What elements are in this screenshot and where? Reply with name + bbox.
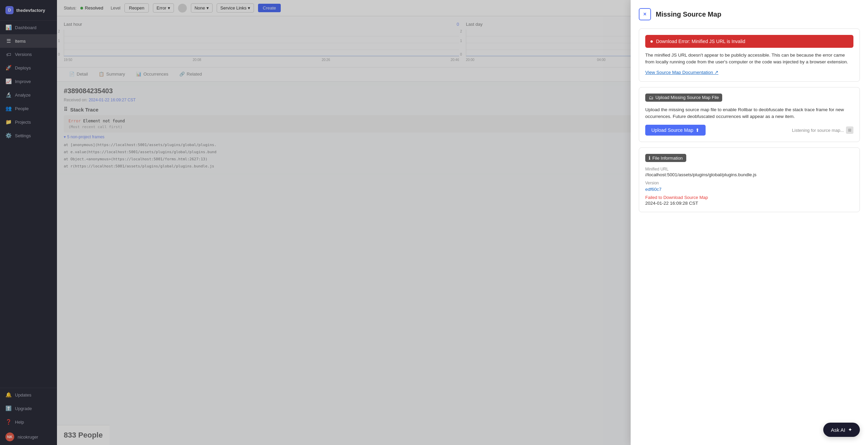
help-icon: ❓ bbox=[5, 419, 12, 425]
error-keyword: Error bbox=[68, 119, 81, 123]
status-dot bbox=[80, 7, 83, 9]
improve-icon: 📈 bbox=[5, 78, 12, 84]
ask-ai-button[interactable]: Ask AI ✦ bbox=[823, 423, 860, 437]
chart-last-hour-area: 2 1 0 bbox=[64, 29, 459, 57]
sidebar-item-label: Deploys bbox=[15, 65, 31, 70]
sidebar-item-people[interactable]: 👥 People bbox=[0, 102, 57, 115]
chevron-down-icon: ▾ bbox=[248, 5, 250, 11]
tab-related[interactable]: 🔗 Related bbox=[174, 67, 208, 81]
deploys-icon: 🚀 bbox=[5, 65, 12, 71]
tab-summary[interactable]: 📋 Summary bbox=[93, 67, 131, 81]
listening-icon: ⊞ bbox=[846, 126, 853, 134]
error-message: Element not found bbox=[83, 119, 125, 123]
versions-icon: 🏷 bbox=[5, 52, 12, 57]
sidebar-item-upgrade[interactable]: ⬆️ Upgrade bbox=[0, 402, 57, 415]
status-value: Resolved bbox=[85, 5, 103, 11]
sidebar-item-dashboard[interactable]: 📊 Dashboard bbox=[0, 21, 57, 34]
failed-download-label: Failed to Download Source Map bbox=[645, 195, 853, 200]
service-links-label: Service Links bbox=[220, 5, 246, 11]
sidebar-item-label: Updates bbox=[15, 392, 31, 398]
sidebar-item-analyze[interactable]: 🔬 Analyze bbox=[0, 88, 57, 102]
version-value[interactable]: edf60c7 bbox=[645, 187, 662, 192]
sidebar-item-label: Upgrade bbox=[15, 406, 32, 411]
stack-trace-title: Stack Trace bbox=[70, 107, 98, 113]
owner-dropdown[interactable]: None ▾ bbox=[191, 3, 213, 13]
alert-error: ● Download Error: Minified JS URL is Inv… bbox=[645, 35, 853, 48]
upload-source-map-button[interactable]: Upload Source Map ⬆ bbox=[645, 125, 706, 136]
received-on-link[interactable]: 2024-01-22 16:09:27 CST bbox=[88, 98, 136, 102]
panel-header: × Missing Source Map bbox=[639, 8, 860, 20]
sidebar-item-items[interactable]: ☰ Items bbox=[0, 34, 57, 48]
reopen-button[interactable]: Reopen bbox=[124, 3, 149, 13]
chart-last-hour-title: Last hour 0 bbox=[64, 22, 459, 27]
sidebar-item-label: Help bbox=[15, 420, 24, 425]
tab-related-icon: 🔗 bbox=[179, 72, 185, 77]
tab-summary-icon: 📋 bbox=[99, 72, 104, 77]
panel-title: Missing Source Map bbox=[656, 11, 721, 18]
sidebar-item-help[interactable]: ❓ Help bbox=[0, 415, 57, 429]
upload-badge: 🗂 Upload Missing Source Map File bbox=[645, 94, 722, 102]
sidebar-item-label: Settings bbox=[15, 133, 31, 138]
upload-source-map-label: Upload Source Map bbox=[651, 127, 693, 133]
tab-occurrences-label: Occurrences bbox=[143, 72, 169, 77]
upload-icon: ⬆ bbox=[695, 127, 699, 133]
upload-description: Upload the missing source map file to en… bbox=[645, 106, 853, 120]
sidebar-item-settings[interactable]: ⚙️ Settings bbox=[0, 129, 57, 142]
tab-occurrences-icon: 📊 bbox=[136, 72, 141, 77]
alert-description: The minified JS URL doesn't appear to be… bbox=[645, 52, 853, 66]
sidebar-bottom: 🔔 Updates ⬆️ Upgrade ❓ Help NK nicokruge… bbox=[0, 388, 57, 445]
alert-error-icon: ● bbox=[650, 38, 653, 44]
chart-last-hour-link[interactable]: 0 bbox=[457, 22, 459, 27]
sidebar-item-versions[interactable]: 🏷 Versions bbox=[0, 48, 57, 61]
ai-icon: ✦ bbox=[848, 427, 852, 433]
sidebar-item-improve[interactable]: 📈 Improve bbox=[0, 75, 57, 88]
upgrade-icon: ⬆️ bbox=[5, 405, 12, 411]
projects-icon: 📁 bbox=[5, 119, 12, 125]
listening-label: Listening for source map... bbox=[792, 128, 844, 133]
upload-section-card: 🗂 Upload Missing Source Map File Upload … bbox=[639, 87, 860, 142]
sidebar: D thedevfactory 📊 Dashboard ☰ Items 🏷 Ve… bbox=[0, 0, 57, 445]
file-info-header: ℹ File Information bbox=[645, 154, 853, 162]
items-icon: ☰ bbox=[5, 38, 12, 44]
sidebar-item-updates[interactable]: 🔔 Updates bbox=[0, 388, 57, 402]
org-name: thedevfactory bbox=[16, 8, 45, 13]
status-resolved: Resolved bbox=[80, 5, 103, 11]
sidebar-item-label: Versions bbox=[15, 52, 32, 57]
panel-close-button[interactable]: × bbox=[639, 8, 651, 20]
info-badge-icon: ℹ bbox=[649, 155, 650, 161]
sidebar-item-projects[interactable]: 📁 Projects bbox=[0, 115, 57, 129]
minified-url-label: Minified URL bbox=[645, 167, 853, 171]
side-panel: × Missing Source Map ● Download Error: M… bbox=[631, 0, 868, 445]
sidebar-logo[interactable]: D thedevfactory bbox=[0, 0, 57, 21]
doc-link[interactable]: View Source Map Documentation ↗ bbox=[645, 69, 718, 75]
file-info-card: ℹ File Information Minified URL //localh… bbox=[639, 147, 860, 212]
people-count: 833 People bbox=[57, 425, 110, 445]
level-value: Error bbox=[157, 5, 166, 11]
upload-badge-text: Upload Missing Source Map File bbox=[655, 95, 719, 100]
service-links-button[interactable]: Service Links ▾ bbox=[217, 3, 254, 13]
file-info-badge-text: File Information bbox=[652, 156, 683, 161]
file-info-badge: ℹ File Information bbox=[645, 154, 686, 162]
tab-summary-label: Summary bbox=[106, 72, 125, 77]
status-label: Status: bbox=[64, 6, 76, 11]
tab-detail[interactable]: 📄 Detail bbox=[64, 67, 93, 81]
tab-occurrences[interactable]: 📊 Occurrences bbox=[131, 67, 174, 81]
create-button[interactable]: Create bbox=[258, 4, 281, 12]
chart-last-hour-x-labels: 19:50 20:08 20:26 20:46 bbox=[64, 58, 459, 62]
owner-avatar bbox=[178, 4, 187, 13]
listening-text: Listening for source map... ⊞ bbox=[792, 126, 853, 134]
expand-label: 5 non-project frames bbox=[67, 135, 104, 139]
level-dropdown[interactable]: Error ▾ bbox=[153, 3, 174, 13]
alert-error-text: Download Error: Minified JS URL is Inval… bbox=[656, 39, 745, 44]
ask-ai-label: Ask AI bbox=[831, 427, 845, 433]
sidebar-item-label: People bbox=[15, 106, 28, 111]
drag-icon: ⠿ bbox=[64, 106, 67, 113]
sidebar-user[interactable]: NK nicokruger bbox=[0, 429, 57, 445]
sidebar-item-deploys[interactable]: 🚀 Deploys bbox=[0, 61, 57, 75]
user-name: nicokruger bbox=[18, 434, 38, 440]
upload-row: Upload Source Map ⬆ Listening for source… bbox=[645, 125, 853, 136]
sidebar-item-label: Items bbox=[15, 39, 26, 44]
updates-icon: 🔔 bbox=[5, 392, 12, 398]
logo-icon: D bbox=[5, 6, 14, 14]
avatar: NK bbox=[5, 432, 14, 441]
